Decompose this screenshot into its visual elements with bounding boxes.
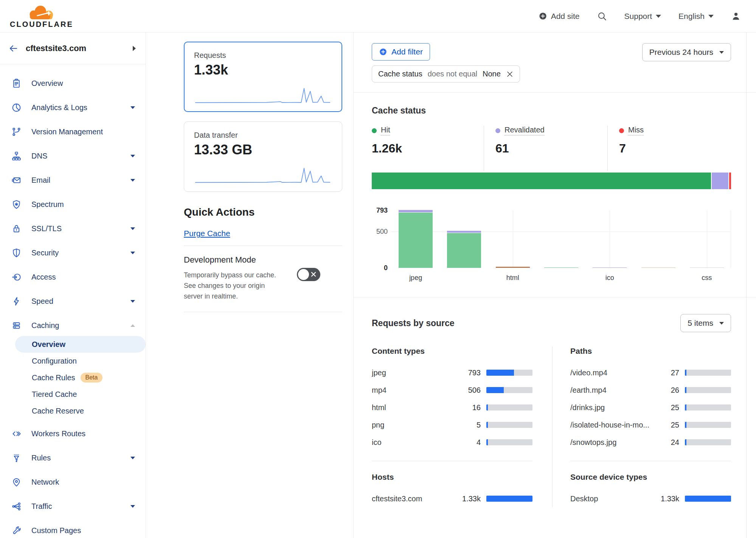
bar-html xyxy=(496,267,530,268)
time-range-label: Previous 24 hours xyxy=(649,48,713,57)
miss-dot xyxy=(619,128,624,133)
toggle-off-x-icon xyxy=(310,271,317,278)
chart-slot xyxy=(489,210,537,268)
close-icon[interactable] xyxy=(506,70,514,78)
filter-chip[interactable]: Cache status does not equal None xyxy=(372,65,520,82)
sidebar-item-ssl-tls[interactable]: SSL/TLS xyxy=(0,216,146,241)
sidebar-nav: OverviewAnalytics & LogsVersion Manageme… xyxy=(0,64,146,538)
add-filter-button[interactable]: Add filter xyxy=(372,43,430,61)
chevron-right-icon[interactable] xyxy=(133,46,136,51)
sidebar-item-overview[interactable]: Overview xyxy=(0,71,146,95)
user-account-icon[interactable] xyxy=(731,11,741,21)
row-bar-fill xyxy=(486,439,488,445)
device-types-title: Source device types xyxy=(570,473,731,482)
stat-label[interactable]: Miss xyxy=(628,126,644,135)
sidebar-item-network[interactable]: Network xyxy=(0,470,146,494)
stacked-segment-revalidated xyxy=(712,173,728,189)
sidebar-item-spectrum[interactable]: Spectrum xyxy=(0,192,146,216)
row-bar xyxy=(486,370,532,376)
sidebar-subitem-cache-reserve[interactable]: Cache Reserve xyxy=(0,403,146,419)
hosts-rows: cftestsite3.com1.33k xyxy=(372,490,532,507)
sidebar-item-label: Analytics & Logs xyxy=(31,103,121,112)
row-bar-fill xyxy=(486,370,514,376)
row-bar xyxy=(486,496,532,502)
summary-column: Requests 1.33k Data transfer 13.33 GB Qu… xyxy=(146,33,354,538)
sidebar-item-label: Workers Routes xyxy=(31,429,135,438)
data-transfer-metric-card[interactable]: Data transfer 13.33 GB xyxy=(184,121,342,192)
funnel-icon xyxy=(11,453,22,463)
stacked-segment-miss xyxy=(729,173,731,189)
sidebar-subitem-overview[interactable]: Overview xyxy=(15,336,146,353)
paths-rows: /video.mp427/earth.mp426/drinks.jpg25/is… xyxy=(570,364,731,451)
stat-value: 1.26k xyxy=(372,141,484,155)
stat-label[interactable]: Revalidated xyxy=(505,126,545,135)
sidebar-item-access[interactable]: Access xyxy=(0,265,146,289)
sidebar-item-security[interactable]: Security xyxy=(0,241,146,265)
lock-icon xyxy=(11,224,22,234)
row-label: /snowtops.jpg xyxy=(570,438,654,447)
items-count-select[interactable]: 5 items xyxy=(680,314,731,332)
x-tick-label: jpeg xyxy=(391,274,440,282)
quick-actions-title: Quick Actions xyxy=(184,206,342,218)
toggle-knob xyxy=(298,269,309,280)
row-bar xyxy=(685,387,731,393)
development-mode-toggle[interactable] xyxy=(297,268,320,281)
support-label: Support xyxy=(624,12,652,21)
sidebar-item-email[interactable]: Email xyxy=(0,168,146,192)
content-types-rows: jpeg793mp4506html16png5ico4 xyxy=(372,364,532,451)
time-range-select[interactable]: Previous 24 hours xyxy=(642,43,731,61)
stat-label[interactable]: Hit xyxy=(381,126,390,135)
pin-icon xyxy=(11,477,22,487)
bar-segment-hit xyxy=(399,213,433,268)
list-row-video-mp4: /video.mp427 xyxy=(570,364,731,381)
row-bar xyxy=(685,439,731,445)
bar-segment-revalidated xyxy=(399,210,433,212)
list-row-snowtops-jpg: /snowtops.jpg24 xyxy=(570,434,731,451)
cache-status-section: Cache status Hit1.26kRevalidated61Miss7 … xyxy=(354,93,756,282)
search-icon[interactable] xyxy=(597,11,607,21)
sidebar-item-custom-pages[interactable]: Custom Pages xyxy=(0,518,146,538)
sidebar-subitem-label: Cache Reserve xyxy=(32,407,84,415)
cloudflare-logo[interactable]: CLOUDFLARE xyxy=(10,4,73,29)
add-site-button[interactable]: Add site xyxy=(539,12,580,21)
cache-status-stacked-bar xyxy=(372,173,731,189)
language-menu[interactable]: English xyxy=(678,12,714,21)
row-bar xyxy=(486,422,532,428)
scrollbar-track[interactable] xyxy=(746,33,747,538)
support-menu[interactable]: Support xyxy=(624,12,661,21)
filter-operator: does not equal xyxy=(428,70,477,78)
bar-ico xyxy=(593,267,627,268)
sidebar-subitem-configuration[interactable]: Configuration xyxy=(0,353,146,369)
chevron-down-icon xyxy=(130,106,135,109)
sidebar-item-workers-routes[interactable]: Workers Routes xyxy=(0,421,146,446)
row-bar-fill xyxy=(685,387,686,393)
row-bar-fill xyxy=(486,387,504,393)
sidebar-item-dns[interactable]: DNS xyxy=(0,144,146,168)
sidebar-sublist: OverviewConfigurationCache RulesBetaTier… xyxy=(0,336,146,419)
site-selector[interactable]: cftestsite3.com xyxy=(0,33,146,64)
chart-slot xyxy=(537,210,585,268)
row-bar-fill xyxy=(486,422,488,428)
add-filter-label: Add filter xyxy=(391,47,423,56)
sidebar-item-version-management[interactable]: Version Management xyxy=(0,120,146,144)
sidebar-item-caching[interactable]: Caching xyxy=(0,313,146,337)
chevron-down-icon xyxy=(130,179,135,182)
purge-cache-link[interactable]: Purge Cache xyxy=(184,229,230,238)
sidebar-subitem-cache-rules[interactable]: Cache RulesBeta xyxy=(0,369,146,386)
sidebar-subitem-tiered-cache[interactable]: Tiered Cache xyxy=(0,386,146,403)
row-value: 26 xyxy=(654,386,679,395)
back-arrow-icon[interactable] xyxy=(8,44,18,53)
data-transfer-card-label: Data transfer xyxy=(194,131,332,140)
chart-slot xyxy=(683,210,731,268)
sidebar-item-rules[interactable]: Rules xyxy=(0,446,146,470)
y-tick-label: 793 xyxy=(372,207,388,215)
sidebar-item-label: Rules xyxy=(31,454,121,462)
chevron-down-icon xyxy=(130,505,135,508)
language-label: English xyxy=(678,12,705,21)
sidebar-item-analytics-logs[interactable]: Analytics & Logs xyxy=(0,95,146,120)
requests-metric-card[interactable]: Requests 1.33k xyxy=(184,42,342,112)
sidebar-item-traffic[interactable]: Traffic xyxy=(0,494,146,518)
sidebar-item-speed[interactable]: Speed xyxy=(0,289,146,313)
bar-segment-hit xyxy=(447,233,481,268)
bar-segment-revalidated xyxy=(447,231,481,233)
